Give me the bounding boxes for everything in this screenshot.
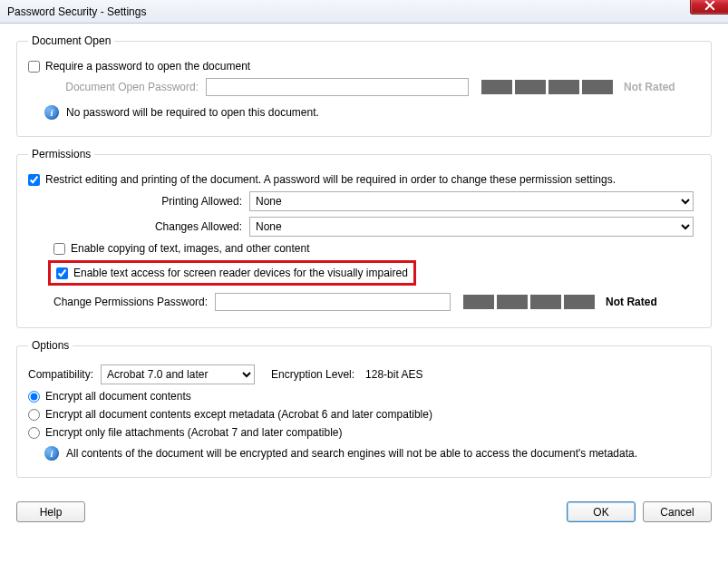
doc-open-info-text: No password will be required to open thi… <box>66 106 319 119</box>
compatibility-label: Compatibility: <box>28 368 101 381</box>
change-perm-pw-input[interactable] <box>215 293 451 311</box>
legend-document-open: Document Open <box>28 34 114 47</box>
encryption-level-label: Encryption Level: <box>271 368 354 381</box>
help-button[interactable]: Help <box>16 501 85 522</box>
titlebar: Password Security - Settings <box>0 0 728 24</box>
button-bar: Help OK Cancel <box>0 498 728 522</box>
compatibility-select[interactable]: Acrobat 7.0 and later <box>101 364 255 384</box>
close-icon <box>704 0 715 11</box>
doc-open-password-label: Document Open Password: <box>44 81 206 93</box>
group-document-open: Document Open Require a password to open… <box>16 34 712 137</box>
restrict-label: Restrict editing and printing of the doc… <box>45 173 616 186</box>
strength-label: Not Rated <box>624 81 675 93</box>
require-password-checkbox[interactable] <box>28 61 40 73</box>
changes-allowed-select[interactable]: None <box>249 217 694 237</box>
encrypt-meta-row[interactable]: Encrypt all document contents except met… <box>28 408 432 421</box>
enable-copy-label: Enable copying of text, images, and othe… <box>71 242 310 255</box>
enable-access-row[interactable]: Enable text access for screen reader dev… <box>56 267 408 279</box>
require-password-row[interactable]: Require a password to open the document <box>28 60 250 73</box>
encrypt-attach-label: Encrypt only file attachments (Acrobat 7… <box>45 426 343 439</box>
group-permissions: Permissions Restrict editing and printin… <box>16 148 712 328</box>
dialog-body: Document Open Require a password to open… <box>0 24 728 498</box>
encryption-level-value: 128-bit AES <box>365 368 422 381</box>
printing-allowed-label: Printing Allowed: <box>28 195 249 208</box>
encrypt-all-radio[interactable] <box>28 391 40 403</box>
encrypt-all-label: Encrypt all document contents <box>45 390 191 403</box>
ok-button[interactable]: OK <box>567 501 636 522</box>
options-info-text: All contents of the document will be enc… <box>66 447 637 460</box>
perm-strength-label: Not Rated <box>606 296 657 308</box>
restrict-row[interactable]: Restrict editing and printing of the doc… <box>28 173 616 186</box>
enable-access-label: Enable text access for screen reader dev… <box>73 267 408 279</box>
highlight-box: Enable text access for screen reader dev… <box>48 260 416 286</box>
encrypt-meta-label: Encrypt all document contents except met… <box>45 408 432 421</box>
close-button[interactable] <box>690 0 728 15</box>
perm-strength-meter <box>463 295 595 309</box>
enable-copy-checkbox[interactable] <box>53 243 65 255</box>
strength-meter <box>481 80 613 94</box>
change-perm-pw-label: Change Permissions Password: <box>53 296 215 308</box>
legend-options: Options <box>28 339 73 352</box>
encrypt-attach-radio[interactable] <box>28 427 40 439</box>
restrict-checkbox[interactable] <box>28 174 40 186</box>
window-title: Password Security - Settings <box>7 5 146 18</box>
encrypt-meta-radio[interactable] <box>28 409 40 421</box>
doc-open-password-input <box>206 78 469 96</box>
enable-access-checkbox[interactable] <box>56 267 68 279</box>
info-icon: i <box>44 105 59 120</box>
encrypt-all-row[interactable]: Encrypt all document contents <box>28 390 191 403</box>
legend-permissions: Permissions <box>28 148 94 160</box>
info-icon: i <box>44 446 59 461</box>
printing-allowed-select[interactable]: None <box>249 191 694 211</box>
encrypt-attach-row[interactable]: Encrypt only file attachments (Acrobat 7… <box>28 426 343 439</box>
enable-copy-row[interactable]: Enable copying of text, images, and othe… <box>53 242 310 255</box>
group-options: Options Compatibility: Acrobat 7.0 and l… <box>16 339 712 478</box>
cancel-button[interactable]: Cancel <box>643 501 712 522</box>
require-password-label: Require a password to open the document <box>45 60 250 73</box>
changes-allowed-label: Changes Allowed: <box>28 220 249 233</box>
